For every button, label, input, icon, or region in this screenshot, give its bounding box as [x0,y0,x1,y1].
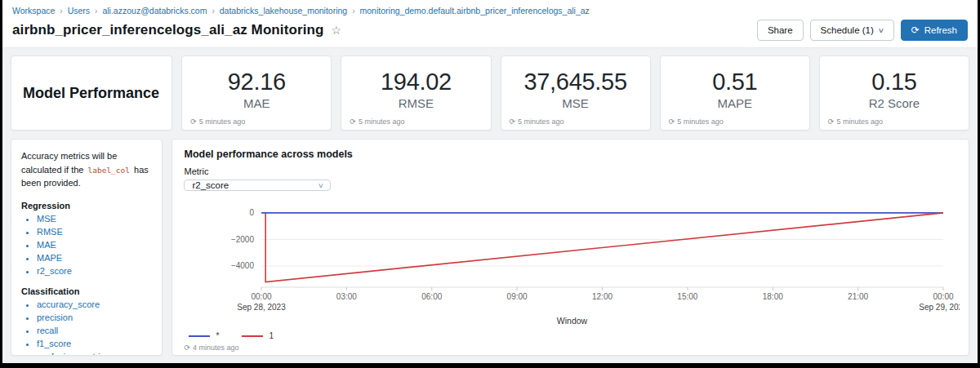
list-item: MAPE [37,253,152,263]
metric-select-label: Metric [184,166,957,176]
list-item: MSE [37,214,152,224]
x-tick-label: 06:00 [422,292,443,301]
regression-links: MSE RMSE MAE MAPE r2_score [21,214,152,276]
metric-updated-text: 5 minutes ago [199,117,246,126]
list-item: recall [37,326,152,335]
schedule-button-label: Schedule (1) [821,25,874,35]
breadcrumb-item-lakehouse-monitoring[interactable]: databricks_lakehouse_monitoring [220,6,347,16]
list-item: f1_score [37,339,152,348]
classification-links: accuracy_score precision recall f1_score… [21,299,152,357]
metric-updated: ⟳ 5 minutes ago [669,117,724,126]
metric-value: 92.16 [228,69,286,95]
metric-updated: ⟳ 5 minutes ago [190,117,245,126]
list-item: accuracy_score [37,299,152,309]
refresh-icon: ⟳ [669,117,675,126]
performance-chart-card: Model performance across models Metric r… [172,139,969,356]
breadcrumb-separator-icon: › [60,7,62,16]
metric-updated: ⟳ 5 minutes ago [828,117,883,126]
list-item: confusion_matrix [37,352,152,357]
x-date-label: Sep 28, 2023 [238,303,287,312]
refresh-button[interactable]: ⟳ Refresh [901,20,968,41]
metric-link-confusion-matrix[interactable]: confusion_matrix [37,352,105,357]
breadcrumb-item-workspace[interactable]: Workspace [12,6,55,16]
breadcrumb-item-table[interactable]: monitoring_demo.default.airbnb_pricer_in… [360,6,590,16]
metric-link-mae[interactable]: MAE [37,240,56,250]
legend-line [189,335,210,337]
metric-updated-text: 5 minutes ago [359,117,405,126]
list-item: RMSE [37,227,152,237]
metric-card-mape: 0.51 MAPE ⟳ 5 minutes ago [660,55,810,131]
metric-link-recall[interactable]: recall [37,326,58,335]
metric-link-mape[interactable]: MAPE [37,253,62,263]
breadcrumb-separator-icon: › [352,7,354,16]
metric-label: MAE [243,96,270,110]
refresh-icon: ⟳ [190,117,197,126]
metric-link-r2-score[interactable]: r2_score [37,266,72,276]
accuracy-info-card: Accuracy metrics will be calculated if t… [11,139,163,356]
refresh-icon: ⟳ [184,344,190,352]
legend-item[interactable]: 1 [242,331,274,340]
metric-card-mse: 37,645.55 MSE ⟳ 5 minutes ago [501,55,651,131]
app-window: Workspace › Users › ali.azzouz@databrick… [2,0,978,363]
metric-value: 194.02 [381,69,452,95]
page-title: airbnb_pricer_inferencelogs_ali_az Monit… [12,22,323,38]
metrics-row: Model Performance 92.16 MAE ⟳ 5 minutes … [11,55,969,131]
metric-label: RMSE [399,96,434,110]
metric-value: 37,645.55 [523,69,626,95]
metric-link-precision[interactable]: precision [37,313,73,322]
content-row: Accuracy metrics will be calculated if t… [11,139,969,356]
refresh-icon: ⟳ [350,117,356,126]
y-tick-label: 0 [250,208,255,217]
metric-select[interactable]: r2_score ∨ [184,180,331,191]
legend-line [242,335,263,337]
chart-title: Model performance across models [184,149,957,160]
section-title-card: Model Performance [11,55,172,131]
chevron-down-icon: ∨ [878,27,884,34]
metric-updated-text: 5 minutes ago [836,117,883,126]
chart-updated: ⟳ 4 minutes ago [184,340,957,352]
x-axis-title: Window [184,316,960,326]
list-item: precision [37,313,152,322]
favorite-star-icon[interactable]: ☆ [331,24,341,37]
share-button[interactable]: Share [757,20,804,41]
schedule-button[interactable]: Schedule (1) ∨ [810,20,894,41]
list-item: MAE [37,240,152,250]
metric-link-mse[interactable]: MSE [37,214,56,224]
section-title: Model Performance [23,85,159,102]
legend-label: * [216,331,219,340]
breadcrumb-separator-icon: › [95,7,97,16]
x-tick-label: 03:00 [336,292,357,301]
metric-card-mae: 92.16 MAE ⟳ 5 minutes ago [181,55,332,131]
y-tick-label: −2000 [231,235,255,244]
chevron-down-icon: ∨ [317,182,323,189]
metric-select-value: r2_score [192,180,229,190]
metric-link-f1-score[interactable]: f1_score [37,339,71,348]
breadcrumb-item-user-email[interactable]: ali.azzouz@databricks.com [102,6,207,16]
x-tick-label: 00:00 [252,292,272,301]
metric-card-rmse: 194.02 RMSE ⟳ 5 minutes ago [341,55,491,131]
metric-value: 0.15 [871,69,916,95]
metric-updated: ⟳ 5 minutes ago [510,117,564,126]
metric-link-accuracy-score[interactable]: accuracy_score [37,299,100,309]
x-date-label: Sep 29, 2023 [920,303,960,312]
legend-label: 1 [269,331,274,340]
x-tick-label: 21:00 [849,292,869,301]
label-col-code: label_col [88,166,130,175]
refresh-icon: ⟳ [911,24,920,36]
legend-item[interactable]: * [189,331,219,340]
x-tick-label: 00:00 [933,292,954,301]
breadcrumb: Workspace › Users › ali.azzouz@databrick… [12,6,968,16]
metric-card-r2-score: 0.15 R2 Score ⟳ 5 minutes ago [819,55,969,131]
metric-updated: ⟳ 5 minutes ago [350,117,404,126]
topbar: Workspace › Users › ali.azzouz@databrick… [2,0,978,48]
metric-link-rmse[interactable]: RMSE [37,227,63,237]
x-tick-label: 12:00 [592,292,612,301]
refresh-icon: ⟳ [828,117,835,126]
series-line-1 [266,213,944,282]
y-tick-label: −4000 [231,261,255,270]
breadcrumb-item-users[interactable]: Users [68,6,90,16]
chart-area: 0−2000−400000:0003:0006:0009:0012:0015:0… [184,199,957,340]
metric-updated-text: 5 minutes ago [677,117,724,126]
x-tick-label: 09:00 [507,292,528,301]
performance-chart: 0−2000−400000:0003:0006:0009:0012:0015:0… [184,199,960,315]
